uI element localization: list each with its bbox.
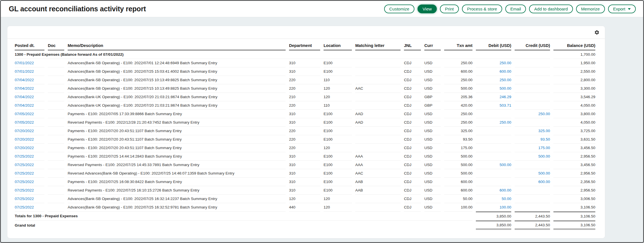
posted-date-link[interactable]: 07/04/2022	[15, 95, 34, 99]
debit-amount-link[interactable]: 500.00	[500, 163, 511, 167]
cell-department: 220	[289, 101, 320, 110]
table-row: 07/01/2022Advances(Bank-SB Operating) - …	[15, 67, 595, 76]
cell-credit	[515, 76, 550, 84]
posted-date-link[interactable]: 07/20/2022	[15, 129, 34, 133]
cell-debit	[476, 178, 511, 186]
cell-matching	[355, 135, 401, 144]
column-header-jnl: JNL	[404, 40, 421, 50]
debit-amount-link[interactable]: 250.00	[500, 120, 511, 124]
toolbar-button-customize[interactable]: Customize	[384, 5, 414, 13]
posted-date-link[interactable]: 07/05/2022	[15, 112, 34, 116]
cell-jnl: CDJ	[404, 110, 421, 118]
debit-amount-link[interactable]: 246.29	[500, 95, 511, 99]
posted-date-link[interactable]: 07/25/2022	[15, 197, 34, 201]
debit-amount-link[interactable]: 600.00	[500, 69, 511, 74]
grand-total-row-debit: 3,850.00	[476, 221, 511, 230]
toolbar-button-print[interactable]: Print	[440, 5, 459, 13]
posted-date-link[interactable]: 07/25/2022	[15, 205, 34, 209]
cell-doc	[48, 93, 64, 101]
posted-date-link[interactable]: 07/01/2022	[15, 69, 34, 74]
toolbar-button-process-store[interactable]: Process & store	[462, 5, 502, 13]
cell-doc	[48, 178, 64, 186]
cell-matching	[355, 127, 401, 135]
toolbar-button-add-to-dashboard[interactable]: Add to dashboard	[529, 5, 573, 13]
cell-txn: 250.00	[444, 59, 472, 67]
posted-date-link[interactable]: 07/04/2022	[15, 86, 34, 91]
posted-date-link[interactable]: 07/05/2022	[15, 120, 34, 124]
debit-amount-link[interactable]: 100.00	[500, 205, 511, 209]
posted-date-link[interactable]: 07/01/2022	[15, 61, 34, 65]
table-row: 07/20/2022Payments - E100: 2022/07/20 20…	[15, 127, 595, 135]
cell-department: 310	[289, 59, 320, 67]
cell-jnl: CDJ	[404, 152, 421, 161]
toolbar: CustomizeViewPrintProcess & storeEmailAd…	[384, 5, 636, 13]
cell-balance: 4,050.00	[553, 101, 595, 110]
cell-matching: AAC	[355, 169, 401, 178]
posted-date-link[interactable]: 07/25/2022	[15, 163, 34, 167]
cell-matching: AAC	[355, 84, 401, 93]
cell-posted: 07/25/2022	[15, 178, 44, 186]
cell-curr: USD	[424, 135, 441, 144]
cell-curr: GBP	[424, 93, 441, 101]
credit-amount-link[interactable]: 175.00	[538, 146, 550, 150]
cell-matching	[355, 93, 401, 101]
cell-jnl: CDJ	[404, 93, 421, 101]
totals-row-debit: 3,850.00	[476, 212, 511, 221]
posted-date-link[interactable]: 07/20/2022	[15, 137, 34, 141]
cell-jnl: CDJ	[404, 161, 421, 169]
cell-credit: 600.00	[515, 178, 550, 186]
caret-down-icon	[628, 8, 631, 10]
cell-balance: 2,956.50	[553, 152, 595, 161]
debit-amount-link[interactable]: 50.00	[502, 197, 511, 201]
posted-date-link[interactable]: 07/20/2022	[15, 146, 34, 150]
credit-amount-link[interactable]: 250.00	[538, 112, 550, 116]
table-row: 07/25/2022Payments - E100: 2022/07/25 16…	[15, 178, 595, 186]
settings-gear-icon[interactable]	[594, 29, 600, 35]
cell-credit	[515, 161, 550, 169]
table-row: 07/25/2022Reversed Payments - E100: 2022…	[15, 186, 595, 195]
posted-date-link[interactable]: 07/25/2022	[15, 171, 34, 175]
posted-date-link[interactable]: 07/04/2022	[15, 103, 34, 107]
cell-department: 120	[289, 195, 320, 203]
group-header-row: 1300 - Prepaid Expenses (Balance forward…	[15, 50, 595, 59]
posted-date-link[interactable]: 07/25/2022	[15, 188, 34, 192]
toolbar-button-export[interactable]: Export	[608, 5, 636, 13]
column-header-balance: Balance (USD)	[553, 40, 595, 50]
posted-date-link[interactable]: 07/04/2022	[15, 78, 34, 82]
cell-memo: Advances(Bank-UK Operating) - E100: 2022…	[68, 93, 286, 101]
toolbar-button-email[interactable]: Email	[505, 5, 526, 13]
cell-credit: 93.50	[515, 135, 550, 144]
credit-amount-link[interactable]: 500.00	[538, 171, 550, 175]
cell-doc	[48, 144, 64, 152]
toolbar-button-view[interactable]: View	[418, 5, 437, 13]
debit-amount-link[interactable]: 250.00	[500, 61, 511, 65]
column-header-txn: Txn amt	[444, 40, 472, 50]
cell-posted: 07/04/2022	[15, 76, 44, 84]
cell-balance: 3,631.50	[553, 135, 595, 144]
posted-date-link[interactable]: 07/25/2022	[15, 180, 34, 184]
cell-matching	[355, 59, 401, 67]
cell-jnl: CDJ	[404, 59, 421, 67]
credit-amount-link[interactable]: 325.00	[538, 129, 550, 133]
posted-date-link[interactable]: 07/25/2022	[15, 154, 34, 158]
cell-curr: USD	[424, 178, 441, 186]
debit-amount-link[interactable]: 600.00	[500, 188, 511, 192]
cell-balance: 3,456.50	[553, 144, 595, 152]
cell-posted: 07/01/2022	[15, 67, 44, 76]
credit-amount-link[interactable]: 93.50	[540, 137, 550, 141]
cell-department: 310	[289, 118, 320, 127]
credit-amount-link[interactable]: 500.00	[538, 154, 550, 158]
debit-amount-link[interactable]: 500.00	[500, 86, 511, 91]
cell-department: 310	[289, 186, 320, 195]
debit-amount-link[interactable]: 503.71	[500, 103, 511, 107]
cell-memo: Advances(Bank-SB Operating) - E100: 2022…	[68, 67, 286, 76]
credit-amount-link[interactable]: 600.00	[538, 180, 550, 184]
table-header-row: Posted dt.DocMemo/DescriptionDepartmentL…	[15, 40, 595, 50]
cell-posted: 07/04/2022	[15, 101, 44, 110]
cell-doc	[48, 84, 64, 93]
debit-amount-link[interactable]: 250.00	[500, 78, 511, 82]
cell-debit	[476, 127, 511, 135]
grand-total-row-credit: 2,443.50	[515, 221, 550, 230]
cell-balance: 2,956.50	[553, 169, 595, 178]
toolbar-button-memorize[interactable]: Memorize	[576, 5, 605, 13]
